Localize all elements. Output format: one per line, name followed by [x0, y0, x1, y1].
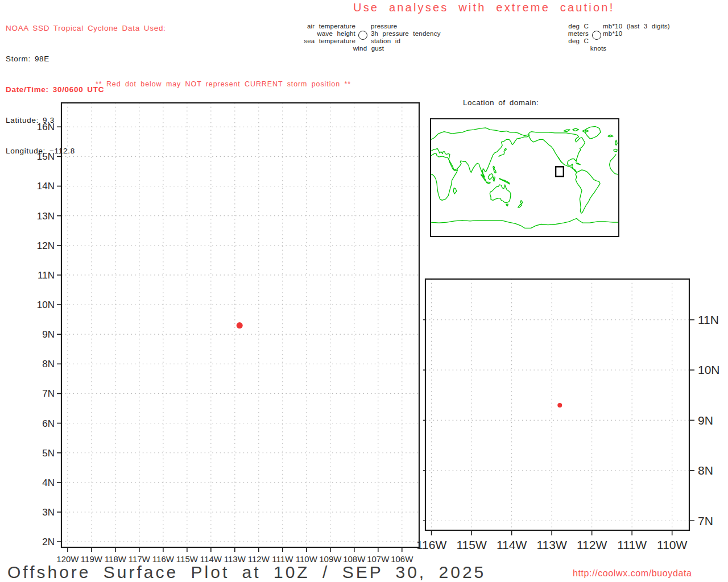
coastline	[453, 188, 457, 194]
coastline	[576, 163, 580, 164]
y-tick-label: 11N	[38, 270, 55, 281]
caution-banner: Use analyses with extreme caution!	[353, 1, 614, 14]
legend-wave-height: wave height	[171, 30, 355, 37]
unit-sea-temperature: deg C	[455, 38, 589, 44]
legend-pressure: pressure	[371, 23, 397, 30]
coastline	[493, 166, 496, 173]
domain-box	[556, 167, 564, 176]
y-tick-label: 16N	[37, 122, 55, 132]
x-tick-label: 115W	[456, 538, 486, 551]
y-tick-label: 10N	[37, 300, 55, 310]
coastline	[559, 157, 562, 163]
coastline	[520, 200, 523, 204]
unit-pressure-tendency: mb*10	[603, 30, 622, 37]
y-tick-label: 3N	[42, 507, 55, 518]
coastline	[431, 153, 458, 200]
legend-air-temperature: air temperature	[171, 23, 355, 30]
coastline	[493, 177, 495, 181]
coastline	[506, 204, 508, 206]
coastline	[431, 128, 530, 177]
y-tick-label: 5N	[42, 448, 55, 459]
y-tick-label: 7N	[42, 388, 55, 399]
coastline	[518, 204, 522, 207]
coastline	[610, 155, 619, 174]
storm-position-dot	[237, 322, 243, 329]
y-tick-label: 6N	[42, 418, 55, 429]
coastline	[431, 218, 618, 228]
y-tick-label: 4N	[42, 477, 55, 488]
coastline	[564, 130, 570, 131]
x-tick-label: 116W	[417, 538, 446, 551]
coastline	[490, 185, 511, 203]
legend-sea-temperature: sea temperature	[171, 38, 355, 44]
y-tick-label: 10N	[698, 363, 720, 376]
page-title: Offshore Surface Plot at 10Z / SEP 30, 2…	[7, 563, 486, 582]
x-tick-label: 112W	[577, 538, 607, 551]
y-tick-label: 12N	[37, 240, 55, 251]
y-tick-label: 8N	[698, 464, 713, 477]
unit-wind-gust: knots	[547, 45, 650, 52]
zoom-plot: 116W115W114W113W112W111W110W7N8N9N10N11N	[417, 273, 728, 556]
y-tick-label: 14N	[37, 181, 55, 192]
y-tick-label: 2N	[42, 537, 55, 547]
x-tick-label: 111W	[617, 538, 647, 551]
y-tick-label: 7N	[698, 514, 713, 527]
coastline	[486, 182, 490, 184]
coastline	[573, 128, 579, 131]
storm-id-line: Storm: 98E	[6, 54, 166, 64]
inset-world-map	[430, 118, 619, 237]
station-circle-icon	[358, 31, 367, 40]
y-tick-label: 13N	[37, 211, 55, 222]
coastline	[614, 149, 617, 152]
coastline	[489, 174, 493, 180]
inset-map-title: Location of domain:	[463, 98, 539, 107]
plot-border	[425, 279, 689, 530]
y-tick-label: 15N	[37, 151, 55, 162]
source-url: http://coolwx.com/buoydata	[573, 568, 692, 579]
x-tick-label: 110W	[657, 538, 687, 551]
coastline	[499, 151, 504, 157]
coastline	[504, 148, 507, 150]
unit-air-temperature: deg C	[455, 23, 589, 30]
buoy-plot-page: { "header": { "noaa_line": "NOAA SSD Tro…	[0, 0, 728, 582]
coastline	[499, 178, 510, 184]
noaa-source-line: NOAA SSD Tropical Cyclone Data Used:	[6, 23, 166, 34]
coastline	[585, 127, 601, 139]
legend-station-id: station id	[371, 38, 400, 44]
legend-wind-gust: wind gust	[317, 45, 420, 52]
y-tick-label: 8N	[42, 359, 55, 369]
world-map-svg	[431, 119, 618, 236]
unit-wave-height: meters	[455, 30, 589, 37]
y-tick-label: 9N	[698, 414, 713, 427]
x-tick-label: 114W	[497, 538, 527, 551]
y-tick-label: 11N	[698, 313, 719, 326]
coastline	[576, 170, 600, 213]
unit-pressure: mb*10 (last 3 digits)	[603, 23, 670, 30]
storm-position-warning: ** Red dot below may NOT represent CURRE…	[96, 80, 351, 88]
coastline	[615, 140, 618, 145]
coastline	[608, 135, 613, 137]
storm-position-dot	[557, 403, 562, 408]
main-plot: 120W119W118W117W116W115W114W113W112W111W…	[23, 96, 425, 570]
x-tick-label: 113W	[536, 538, 566, 551]
legend-pressure-tendency: 3h pressure tendency	[371, 30, 441, 37]
station-circle-icon	[592, 31, 601, 40]
y-tick-label: 9N	[42, 329, 55, 340]
